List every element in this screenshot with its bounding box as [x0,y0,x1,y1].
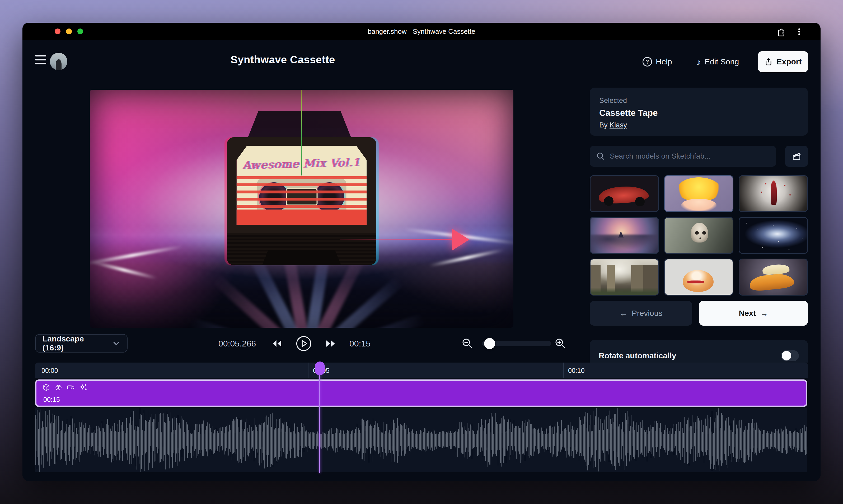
clapperboard-button[interactable] [785,146,808,167]
chevron-down-icon [112,339,120,347]
model-thumbnail-red-sports-car[interactable] [590,175,659,212]
selected-model-name: Cassette Tape [599,108,798,118]
app-window: banger.show - Synthwave Cassette Synthwa… [22,23,821,481]
search-input[interactable] [610,152,770,160]
search-icon [596,152,605,161]
sparkles-icon [79,383,87,391]
vignette [90,90,513,328]
current-time: 00:05.266 [219,339,258,348]
clapperboard-icon [791,151,802,162]
playhead-handle[interactable] [315,361,325,375]
model-thumbnail-galaxy[interactable] [739,217,808,254]
fast-forward-button[interactable] [325,339,336,348]
app-body: Synthwave Cassette ? Help ♪ Edit Song Ex… [22,40,821,481]
by-label: By [599,121,609,129]
aspect-ratio-value: Landscape (16:9) [42,334,107,352]
previous-button[interactable]: ← Previous [590,301,692,326]
next-button[interactable]: Next → [699,301,808,326]
rotate-toggle[interactable] [781,350,799,361]
timeline-zoom-slider[interactable] [482,341,551,346]
toggle-knob [782,351,791,360]
selected-model-author: By Klasy [599,121,798,129]
next-label: Next [739,309,756,318]
menu-icon[interactable] [35,55,46,68]
zoom-in-button[interactable] [554,332,567,355]
model-thumbnail-clouds-angel[interactable] [590,217,659,254]
video-camera-icon [67,383,75,391]
ruler-divider [308,363,308,378]
playhead-line[interactable] [319,363,320,473]
timeline-ruler[interactable]: 00:00 00:05 00:10 [35,363,808,378]
selected-model-card: Selected Cassette Tape By Klasy [590,88,808,136]
model-thumbnail-shiba-dog[interactable] [664,258,734,295]
titlebar: banger.show - Synthwave Cassette [22,23,821,40]
window-title: banger.show - Synthwave Cassette [22,23,821,40]
page-title: Synthwave Cassette [230,54,335,66]
transport-controls: 00:05.266 00:15 [219,332,371,355]
extensions-icon[interactable] [776,26,786,37]
ruler-divider [563,363,564,378]
video-clip[interactable]: 00:15 [35,379,807,407]
ruler-marker: 00:10 [568,367,585,375]
zoom-out-button[interactable] [461,332,474,355]
model-thumbnail-skull[interactable] [664,217,734,254]
model-search [590,146,776,167]
preview-viewport[interactable]: Awesome Mix Vol.1 [90,90,513,328]
model-thumbnail-grid [590,175,808,295]
play-button[interactable] [295,336,312,352]
previous-label: Previous [632,309,663,318]
browser-menu-icon[interactable] [794,26,804,37]
arrow-left-icon: ← [620,309,627,318]
model-thumbnail-red-witch[interactable] [739,175,808,212]
ruler-marker: 00:00 [41,367,58,375]
total-time: 00:15 [349,339,371,348]
clip-duration: 00:15 [43,396,60,403]
clip-icons [42,383,87,391]
audio-waveform[interactable] [35,408,807,472]
rotate-card: Rotate automatically [590,340,808,363]
spiral-icon [54,383,62,391]
arrow-right-icon: → [760,309,768,318]
selected-label: Selected [599,96,798,105]
model-panel: Selected Cassette Tape By Klasy [590,40,808,363]
aspect-ratio-select[interactable]: Landscape (16:9) [35,334,127,353]
avatar[interactable] [50,53,67,70]
author-link[interactable]: Klasy [609,121,627,129]
timeline: 00:00 00:05 00:10 [35,363,808,473]
rewind-button[interactable] [271,339,282,348]
model-thumbnail-orange-vintage-car[interactable] [739,258,808,295]
desktop-wallpaper: banger.show - Synthwave Cassette Synthwa… [0,0,843,504]
zoom-slider-knob[interactable] [484,338,495,349]
model-thumbnail-city-street[interactable] [590,258,659,295]
cube-icon [42,383,50,391]
rotate-automatically-label: Rotate automatically [599,351,781,360]
model-thumbnail-anime-girl[interactable] [664,175,734,212]
